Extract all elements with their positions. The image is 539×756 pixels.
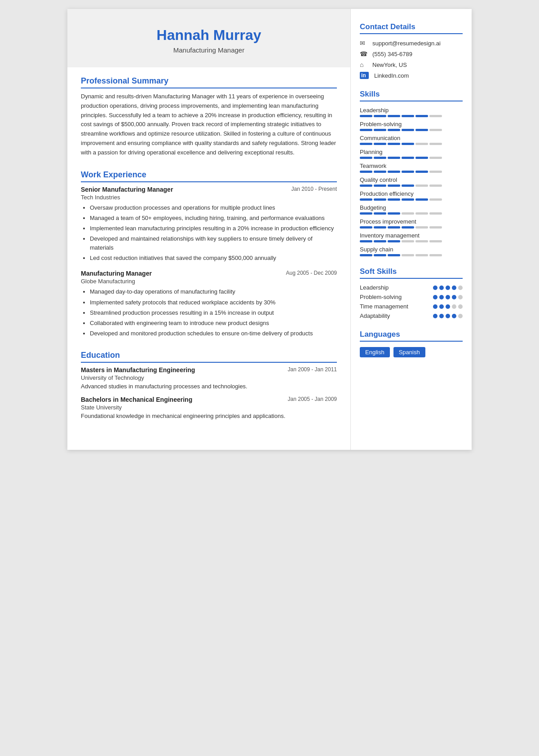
skill-bar [360,171,463,173]
location-icon: ⌂ [360,61,369,68]
soft-skills-title: Soft Skills [360,267,463,279]
job-2: Manufacturing Manager Aug 2005 - Dec 200… [81,270,337,338]
soft-skill-item: Adaptability [360,312,463,319]
skill-segment-filled [374,198,386,201]
skill-segment-filled [415,171,428,173]
skill-name: Production efficiency [360,190,463,197]
skill-bar [360,157,463,159]
skill-segment-filled [374,240,386,242]
professional-summary-section: Professional Summary Dynamic and results… [81,76,337,158]
skill-item: Supply chain [360,246,463,256]
edu-2: Bachelors in Mechanical Engineering Jan … [81,396,337,419]
dot-filled [439,314,444,318]
bullet: Managed day-to-day operations of manufac… [90,287,337,296]
skill-item: Inventory management [360,232,463,242]
soft-skill-name: Leadership [360,284,418,291]
contact-linkedin: LinkedIn.com [374,72,409,79]
skill-segment-empty [402,240,414,242]
education-section: Education Masters in Manufacturing Engin… [81,351,337,419]
skill-segment-empty [429,254,442,256]
dot-filled [446,286,450,290]
skill-segment-filled [388,198,400,201]
soft-skill-name: Problem-solving [360,294,418,300]
skill-segment-empty [429,115,442,117]
contact-email-item: ✉ support@resumedesign.ai [360,40,463,47]
skill-name: Budgeting [360,204,463,211]
skill-segment-empty [415,240,428,242]
skill-segment-filled [415,129,428,131]
phone-icon: ☎ [360,50,369,57]
skill-segment-filled [402,171,414,173]
skill-segment-empty [415,226,428,229]
soft-skill-dots [433,286,463,290]
summary-text: Dynamic and results-driven Manufacturing… [81,92,337,158]
work-experience-section: Work Experience Senior Manufacturing Man… [81,170,337,338]
contact-phone: (555) 345-6789 [372,51,412,57]
contact-location-item: ⌂ NewYork, US [360,61,463,68]
skill-segment-filled [402,115,414,117]
skill-segment-filled [388,157,400,159]
bullet: Implemented safety protocols that reduce… [90,298,337,307]
contact-title: Contact Details [360,22,463,34]
skill-segment-filled [388,115,400,117]
contact-email: support@resumedesign.ai [372,40,441,47]
contact-linkedin-item: in LinkedIn.com [360,72,463,79]
languages-title: Languages [360,330,463,342]
dot-filled [433,295,437,299]
skill-segment-filled [388,171,400,173]
skill-name: Teamwork [360,163,463,169]
edu-1-header: Masters in Manufacturing Engineering Jan… [81,366,337,374]
dot-empty [458,286,463,290]
skill-segment-filled [402,157,414,159]
contact-location: NewYork, US [372,62,407,68]
skill-segment-empty [429,240,442,242]
skill-segment-filled [415,115,428,117]
dot-empty [458,295,463,299]
dot-filled [439,304,444,309]
skill-segment-filled [360,129,372,131]
dot-filled [446,314,450,318]
soft-skill-name: Time management [360,303,418,310]
skill-segment-filled [360,212,372,215]
skill-segment-filled [360,185,372,187]
language-english: English [360,347,390,357]
skill-segment-filled [374,226,386,229]
skill-item: Communication [360,135,463,145]
skill-segment-filled [402,143,414,145]
skill-name: Planning [360,149,463,155]
skill-segment-filled [374,254,386,256]
skill-segment-filled [360,115,372,117]
skill-name: Problem-solving [360,121,463,127]
skill-segment-filled [388,254,400,256]
job-1-header: Senior Manufacturing Manager Jan 2010 - … [81,186,337,193]
skill-segment-empty [402,212,414,215]
dot-filled [452,295,456,299]
edu-2-date: Jan 2005 - Jan 2009 [288,396,337,402]
job-1-date: Jan 2010 - Present [292,186,337,192]
skill-segment-filled [374,185,386,187]
edu-1-degree: Masters in Manufacturing Engineering [81,366,195,374]
edu-1-date: Jan 2009 - Jan 2011 [288,366,337,373]
edu-2-desc: Foundational knowledge in mechanical eng… [81,413,337,419]
skill-segment-filled [388,240,400,242]
skill-segment-empty [429,157,442,159]
skill-segment-filled [388,185,400,187]
education-title: Education [81,351,337,363]
skill-segment-filled [374,171,386,173]
skill-name: Process improvement [360,218,463,225]
skill-bar [360,143,463,145]
skill-segment-empty [429,185,442,187]
job-1-company: Tech Industries [81,194,337,201]
job-1: Senior Manufacturing Manager Jan 2010 - … [81,186,337,263]
skill-segment-filled [402,185,414,187]
skill-segment-filled [388,212,400,215]
dot-filled [439,286,444,290]
bullet: Collaborated with engineering team to in… [90,319,337,328]
professional-summary-title: Professional Summary [81,76,337,88]
skill-name: Leadership [360,107,463,114]
skill-item: Teamwork [360,163,463,173]
dot-filled [439,295,444,299]
soft-skill-item: Time management [360,303,463,310]
skill-segment-filled [402,226,414,229]
skill-segment-filled [360,143,372,145]
